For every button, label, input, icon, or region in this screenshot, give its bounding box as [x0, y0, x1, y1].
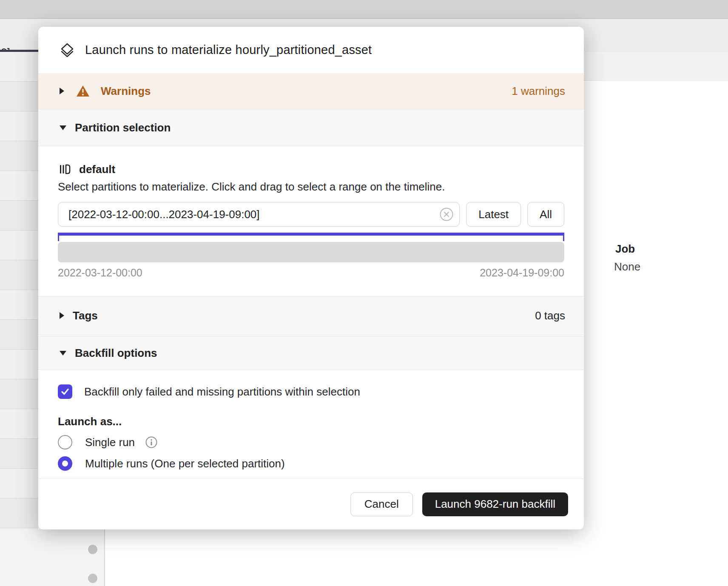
partition-selection-body: default Select partitions to materialize… [38, 146, 584, 296]
selection-range-bracket [58, 233, 564, 241]
job-column-label: Job [615, 242, 635, 256]
background-left-table-column [0, 52, 38, 586]
tags-count: 0 tags [535, 309, 565, 322]
backfill-checkbox-label: Backfill only failed and missing partiti… [84, 385, 360, 398]
dialog-footer: Cancel Launch 9682-run backfill [38, 478, 584, 529]
launch-backfill-button[interactable]: Launch 9682-run backfill [422, 492, 568, 516]
backfill-only-failed-checkbox-row[interactable]: Backfill only failed and missing partiti… [58, 384, 564, 399]
partition-selection-description: Select partitions to materialize. Click … [58, 180, 564, 193]
selection-range-tick-right [563, 236, 564, 241]
background-right-table-column: Job None [584, 52, 728, 586]
warnings-count: 1 warnings [512, 85, 565, 98]
dialog-header: Launch runs to materialize hourly_partit… [38, 27, 584, 73]
partition-selection-section-header[interactable]: Partition selection [38, 109, 584, 146]
partition-dimension-row: default [58, 162, 564, 176]
backfill-options-section-header[interactable]: Backfill options [38, 336, 584, 370]
partition-selection-label: Partition selection [75, 121, 171, 134]
warning-triangle-icon [76, 85, 90, 97]
timeline-end-label: 2023-04-19-09:00 [480, 267, 564, 279]
partition-timeline[interactable] [58, 242, 564, 262]
info-icon[interactable] [145, 436, 158, 449]
background-bottom-left-cell [0, 529, 105, 586]
warnings-label: Warnings [101, 85, 151, 98]
tags-section-header[interactable]: Tags 0 tags [38, 296, 584, 335]
warnings-section-header[interactable]: Warnings 1 warnings [38, 73, 584, 109]
radio-selected-icon[interactable] [58, 456, 72, 471]
launch-as-label: Launch as... [58, 415, 564, 428]
cancel-button[interactable]: Cancel [350, 492, 413, 516]
clear-selection-button[interactable] [439, 207, 454, 222]
job-column-value: None [614, 260, 640, 273]
selection-range-bar [58, 233, 564, 236]
checkbox-checked-icon[interactable] [58, 384, 72, 399]
status-dot [88, 545, 97, 554]
partition-dimension-name: default [79, 163, 115, 176]
partition-range-input[interactable] [58, 202, 460, 227]
launch-backfill-dialog: Launch runs to materialize hourly_partit… [38, 27, 584, 529]
status-dot [88, 574, 97, 583]
backfill-options-label: Backfill options [75, 347, 157, 360]
background-top-bar [0, 0, 728, 19]
single-run-label: Single run [85, 436, 135, 449]
partition-icon [58, 162, 71, 176]
single-run-radio-row[interactable]: Single run [58, 435, 564, 449]
partition-range-row: Latest All [58, 202, 564, 227]
chevron-down-icon [60, 125, 66, 130]
materialize-layers-icon [59, 42, 76, 59]
chevron-right-icon [60, 88, 64, 94]
all-button[interactable]: All [527, 202, 564, 227]
range-input-wrap [58, 202, 460, 227]
chevron-right-icon [60, 312, 64, 319]
radio-unselected-icon[interactable] [58, 435, 72, 449]
dialog-title: Launch runs to materialize hourly_partit… [85, 43, 372, 57]
backfill-options-body: Backfill only failed and missing partiti… [38, 370, 584, 471]
latest-button[interactable]: Latest [466, 202, 521, 227]
tags-label: Tags [73, 309, 98, 322]
timeline-start-label: 2022-03-12-00:00 [58, 267, 142, 279]
selection-range-tick-left [58, 236, 59, 241]
multiple-runs-radio-row[interactable]: Multiple runs (One per selected partitio… [58, 456, 564, 471]
timeline-date-labels: 2022-03-12-00:00 2023-04-19-09:00 [58, 267, 564, 296]
background-right-band [584, 52, 728, 81]
multiple-runs-label: Multiple runs (One per selected partitio… [85, 457, 285, 470]
chevron-down-icon [60, 351, 66, 356]
screen: 0] Job None Launch runs to materialize h… [0, 0, 728, 586]
circle-x-icon [439, 207, 454, 222]
